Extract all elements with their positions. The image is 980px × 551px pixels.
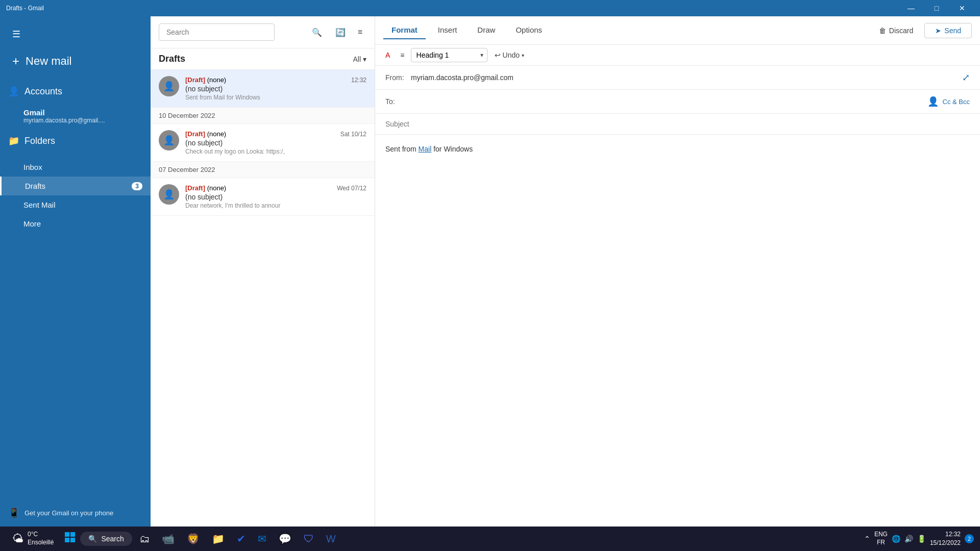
paragraph-style-button[interactable]: ≡ xyxy=(396,48,408,62)
email-content-2: [Draft] (none) Wed 07/12 (no subject) De… xyxy=(185,184,366,209)
taskbar-brave-button[interactable]: 🦁 xyxy=(182,530,205,548)
hamburger-menu-button[interactable]: ☰ xyxy=(8,24,24,44)
taskbar-right: ⌃ ENG FR 🌐 🔊 🔋 12:32 15/12/2022 2 xyxy=(864,530,974,547)
mail-link[interactable]: Mail xyxy=(419,145,432,153)
subject-input[interactable] xyxy=(385,120,970,128)
person-add-icon: 👤 xyxy=(927,96,939,107)
to-row: To: 👤 Cc & Bcc xyxy=(375,90,980,114)
email-item-1[interactable]: 👤 [Draft] (none) Sat 10/12 (no subject) … xyxy=(151,124,375,162)
taskbar-word-button[interactable]: W xyxy=(321,530,341,548)
drafts-header: Drafts All ▾ xyxy=(151,48,375,70)
inbox-label: Inbox xyxy=(23,163,42,171)
close-button[interactable]: ✕ xyxy=(950,0,974,16)
phone-icon: 📱 xyxy=(8,507,19,518)
taskbar-teams-button[interactable]: 📹 xyxy=(157,530,180,548)
nordvpn-icon: 🛡 xyxy=(304,533,314,544)
email-time-1: Sat 10/12 xyxy=(340,131,366,138)
sent-mail-label: Sent Mail xyxy=(23,201,56,209)
refresh-button[interactable]: 🔄 xyxy=(331,26,350,39)
phone-promo[interactable]: 📱 Get your Gmail on your phone xyxy=(0,499,151,527)
body-text: Sent from Mail for Windows xyxy=(385,145,970,153)
compose-body[interactable]: Sent from Mail for Windows xyxy=(375,135,980,527)
tab-options[interactable]: Options xyxy=(507,21,550,39)
person-icon: 👤 xyxy=(8,86,19,97)
network-icon: 🌐 xyxy=(892,535,900,543)
sidebar-item-accounts[interactable]: 👤 Accounts xyxy=(0,79,151,104)
heading-select[interactable]: Heading 1 Heading 2 Normal xyxy=(411,48,487,62)
tab-draw[interactable]: Draw xyxy=(469,21,503,39)
email-subject-1: (no subject) xyxy=(185,139,366,147)
taskbar-todo-app-button[interactable]: ✔ xyxy=(232,530,251,548)
search-action-buttons: 🔄 ≡ xyxy=(331,26,366,39)
sidebar-item-sent-mail[interactable]: Sent Mail xyxy=(0,195,151,214)
sender-name-0: (none) xyxy=(207,76,227,84)
weather-text: 0°C Ensoleillé xyxy=(28,531,54,546)
taskbar-mail-button[interactable]: ✉ xyxy=(253,530,272,548)
date-separator-1: 10 December 2022 xyxy=(151,108,375,124)
taskbar-search-button[interactable]: 🔍 Search xyxy=(80,532,132,546)
sidebar-item-inbox[interactable]: Inbox xyxy=(0,158,151,177)
chevron-down-icon: ▾ xyxy=(363,55,366,63)
all-filter[interactable]: All ▾ xyxy=(353,55,366,63)
all-label: All xyxy=(353,55,361,63)
search-icon-taskbar: 🔍 xyxy=(88,535,97,543)
folder-icon: 📁 xyxy=(8,135,19,146)
volume-icon[interactable]: 🔊 xyxy=(904,535,913,543)
tab-insert[interactable]: Insert xyxy=(430,21,465,39)
whatsapp-icon: 💬 xyxy=(279,533,291,544)
chevron-up-icon[interactable]: ⌃ xyxy=(864,535,870,543)
maximize-button[interactable]: □ xyxy=(925,0,948,16)
sender-name-1: (none) xyxy=(207,130,227,138)
email-item-0[interactable]: 👤 [Draft] (none) 12:32 (no subject) Sent… xyxy=(151,70,375,108)
cc-bcc-button[interactable]: Cc & Bcc xyxy=(943,98,970,106)
search-icon[interactable]: 🔍 xyxy=(312,28,322,37)
email-item-2[interactable]: 👤 [Draft] (none) Wed 07/12 (no subject) … xyxy=(151,178,375,216)
mail-icon: ✉ xyxy=(258,533,266,544)
drafts-label: Drafts xyxy=(25,182,45,190)
taskbar-weather: 🌤 0°C Ensoleillé xyxy=(6,531,60,546)
taskbar-files-button[interactable]: 📁 xyxy=(207,530,230,548)
email-sender-0: [Draft] (none) xyxy=(185,76,226,84)
teams-icon: 📹 xyxy=(162,533,175,544)
email-content-1: [Draft] (none) Sat 10/12 (no subject) Ch… xyxy=(185,130,366,155)
titlebar-controls: — □ ✕ xyxy=(899,0,974,16)
discard-button[interactable]: 🗑 Discard xyxy=(872,23,920,38)
font-color-button[interactable]: A xyxy=(381,48,394,62)
send-button[interactable]: ➤ Send xyxy=(924,23,972,38)
titlebar-title: Drafts - Gmail xyxy=(6,5,44,12)
lang-secondary: FR xyxy=(874,539,888,547)
subject-row xyxy=(375,114,980,135)
from-row: From: myriam.dacosta.pro@gmail.com ⤢ xyxy=(375,66,980,90)
account-item-gmail[interactable]: Gmail myriam.dacosta.pro@gmail.... xyxy=(0,104,151,128)
sidebar-item-more[interactable]: More xyxy=(0,214,151,233)
battery-icon: 🔋 xyxy=(917,535,926,543)
minimize-button[interactable]: — xyxy=(899,0,923,16)
sidebar-item-folders[interactable]: 📁 Folders xyxy=(0,128,151,154)
new-mail-button[interactable]: + New mail xyxy=(8,48,142,74)
titlebar: Drafts - Gmail — □ ✕ xyxy=(0,0,980,16)
email-preview-1: Check out my logo on Looka: https:/, xyxy=(185,148,366,155)
notification-badge[interactable]: 2 xyxy=(965,534,974,543)
from-label: From: xyxy=(385,73,411,82)
avatar-0: 👤 xyxy=(159,76,179,96)
search-input[interactable] xyxy=(159,23,275,41)
email-sender-2: [Draft] (none) xyxy=(185,184,226,192)
filter-button[interactable]: ≡ xyxy=(354,26,366,39)
to-input[interactable] xyxy=(411,97,927,106)
discard-label: Discard xyxy=(889,27,913,35)
email-time-2: Wed 07/12 xyxy=(337,185,366,192)
start-button[interactable] xyxy=(62,529,78,548)
undo-button[interactable]: ↩ Undo ▾ xyxy=(489,48,529,62)
taskbar-nordvpn-button[interactable]: 🛡 xyxy=(299,530,319,548)
undo-dropdown-icon: ▾ xyxy=(522,53,524,58)
more-label: More xyxy=(23,219,41,228)
email-sender-1: [Draft] (none) xyxy=(185,130,226,138)
sidebar-item-drafts[interactable]: Drafts 3 xyxy=(0,177,151,195)
phone-promo-text: Get your Gmail on your phone xyxy=(24,509,113,517)
tab-format[interactable]: Format xyxy=(383,21,426,39)
taskbar-whatsapp-button[interactable]: 💬 xyxy=(274,530,297,548)
taskbar-explorer-button[interactable]: 🗂 xyxy=(134,530,155,548)
expand-icon[interactable]: ⤢ xyxy=(962,72,970,83)
svg-rect-3 xyxy=(70,538,75,542)
undo-label: Undo xyxy=(503,51,520,59)
